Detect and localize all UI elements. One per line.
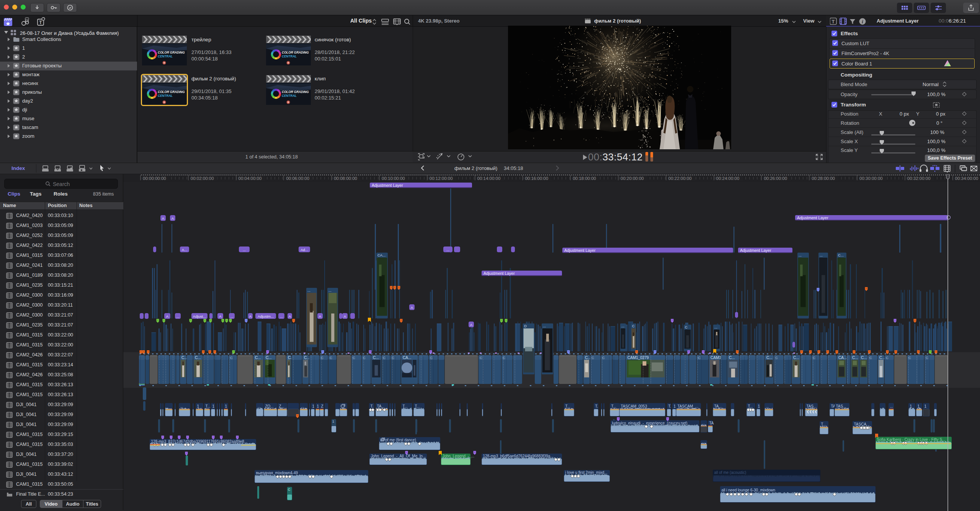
svg-text:TASCAM_0053: TASCAM_0053 [621, 404, 647, 408]
svg-text:C: C [602, 356, 605, 360]
svg-text:...: ... [543, 324, 546, 328]
svg-text:C...: C... [838, 253, 844, 257]
svg-text:A: A [319, 314, 322, 318]
svg-text:A: A [411, 305, 413, 310]
svg-text:1: 1 [924, 404, 927, 408]
svg-text:1: 1 [317, 404, 319, 408]
svg-text:Adjustment Layer: Adjustment Layer [740, 248, 771, 253]
svg-text:...: ... [328, 288, 332, 292]
svg-text:1: 1 [910, 404, 912, 408]
svg-text:CAM1_0279: CAM1_0279 [627, 356, 649, 360]
svg-text:A: A [470, 323, 473, 327]
svg-text:T...: T... [748, 404, 753, 408]
svg-text:выездная_mixdown4-49: выездная_mixdown4-49 [256, 471, 298, 475]
svg-text:A: A [172, 216, 174, 220]
svg-text:Adjustment Layer: Adjustment Layer [797, 216, 828, 220]
svg-text:C...: C... [793, 356, 799, 360]
svg-text:Sofia Karlberg - Crazy in Love: Sofia Karlberg - Crazy in Love - Fifty S… [877, 438, 946, 442]
svg-text:00:10:00:00: 00:10:00:00 [382, 176, 405, 181]
svg-text:00:28:00:00: 00:28:00:00 [812, 176, 835, 181]
svg-text:C: C [869, 356, 872, 360]
svg-text:C...: C... [861, 356, 867, 360]
svg-text:00:08:00:00: 00:08:00:00 [334, 176, 357, 181]
svg-text:128-mp3_b6df5ae6d76244fa96883f: 128-mp3_b6df5ae6d76244fa96883f39a... [483, 454, 554, 458]
svg-text:...: ... [280, 314, 283, 318]
svg-text:C: C [363, 356, 366, 360]
svg-text:C: C [908, 356, 911, 360]
svg-text:C: C [886, 356, 889, 360]
svg-text:00:18:00:00: 00:18:00:00 [573, 176, 596, 181]
svg-text:T.: T. [371, 404, 374, 408]
svg-text:TA: TA [709, 421, 714, 425]
svg-text:C...: C... [181, 356, 188, 360]
svg-text:C: C [330, 356, 332, 360]
svg-text:T.: T. [595, 404, 598, 408]
svg-text:T...: T... [821, 422, 826, 426]
svg-text:A: A [166, 314, 169, 318]
svg-text:...: ... [230, 314, 234, 318]
svg-text:A: A [289, 314, 291, 318]
svg-text:all of me (acoustic): all of me (acoustic) [714, 470, 746, 475]
svg-text:C: C [321, 356, 323, 360]
svg-text:C...: C... [852, 356, 858, 360]
svg-text:T...: T... [611, 404, 616, 408]
svg-text:00:34:00:00: 00:34:00:00 [955, 176, 978, 181]
svg-text:A: A [344, 314, 346, 318]
svg-text:Adjustm...: Adjustm... [258, 314, 274, 318]
svg-text:00:24:00:00: 00:24:00:00 [716, 176, 740, 181]
svg-text:...: ... [176, 314, 180, 318]
svg-text:A: A [249, 314, 252, 318]
svg-text:C...: C... [373, 356, 379, 360]
svg-text:...: ... [820, 253, 823, 257]
svg-text:...: ... [243, 248, 246, 252]
svg-text:1: 1 [212, 404, 215, 408]
svg-text:C...: C... [879, 356, 885, 360]
svg-text:C: C [698, 356, 701, 360]
svg-text:1: 1 [332, 420, 334, 423]
svg-text:00:12:00:00: 00:12:00:00 [430, 176, 453, 181]
svg-text:C: C [503, 356, 505, 360]
svg-text:Z...: Z... [279, 404, 284, 408]
svg-text:CA...: CA... [403, 356, 411, 360]
svg-text:00:22:00:00: 00:22:00:00 [668, 176, 692, 181]
svg-text:...: ... [621, 324, 624, 328]
svg-text:C...: C... [255, 356, 261, 360]
svg-text:1: 1 [197, 404, 199, 408]
svg-text:1: 1 [674, 404, 676, 408]
svg-text:00:02:00:00: 00:02:00:00 [191, 176, 214, 181]
svg-text:...: ... [799, 253, 802, 257]
svg-text:C...: C... [729, 356, 735, 360]
svg-text:ludovico_einaudi_-_experience_: ludovico_einaudi_-_experience_(zaycev.ne… [612, 421, 688, 425]
svg-text:...: ... [890, 404, 893, 408]
svg-text:TASCA...: TASCA... [854, 422, 870, 426]
svg-text:Adjust...: Adjust... [193, 314, 206, 318]
svg-text:TAS...: TAS... [836, 404, 846, 408]
svg-text:Adjustment Layer: Adjustment Layer [564, 248, 596, 253]
svg-text:A: A [162, 216, 165, 220]
svg-text:00:30:00:00: 00:30:00:00 [859, 176, 883, 181]
svg-text:1: 1 [312, 404, 315, 408]
svg-text:T.: T. [668, 404, 671, 408]
svg-text:C: C [288, 488, 291, 491]
svg-text:00:32:00:00: 00:32:00:00 [907, 176, 931, 181]
svg-text:...: ... [301, 404, 304, 408]
svg-text:...: ... [766, 404, 769, 408]
svg-text:C: C [480, 356, 482, 360]
svg-text:all of me (first dance): all of me (first dance) [381, 438, 416, 442]
svg-text:C: C [353, 356, 355, 360]
svg-text:T...: T... [206, 404, 211, 408]
svg-text:C: C [383, 356, 385, 360]
svg-text:...: ... [714, 325, 717, 329]
svg-text:TAS...: TAS... [807, 404, 817, 408]
svg-text:i love u first 2min_mixd...: i love u first 2min_mixd... [565, 470, 608, 475]
svg-text:TA...: TA... [377, 404, 385, 408]
svg-text:C: C [230, 356, 233, 360]
svg-text:00:00:00:00: 00:00:00:00 [143, 176, 166, 181]
svg-text:TA...: TA... [714, 404, 722, 408]
svg-text:C...: C... [195, 356, 201, 360]
svg-text:Adjustment Layer: Adjustment Layer [483, 271, 515, 276]
svg-text:TASCAM_...: TASCAM_... [678, 404, 699, 408]
svg-text:C: C [685, 325, 688, 329]
svg-text:all i need lounge 6-30_mixdown: all i need lounge 6-30_mixdown [722, 488, 776, 492]
svg-text:A...: A... [182, 248, 187, 252]
